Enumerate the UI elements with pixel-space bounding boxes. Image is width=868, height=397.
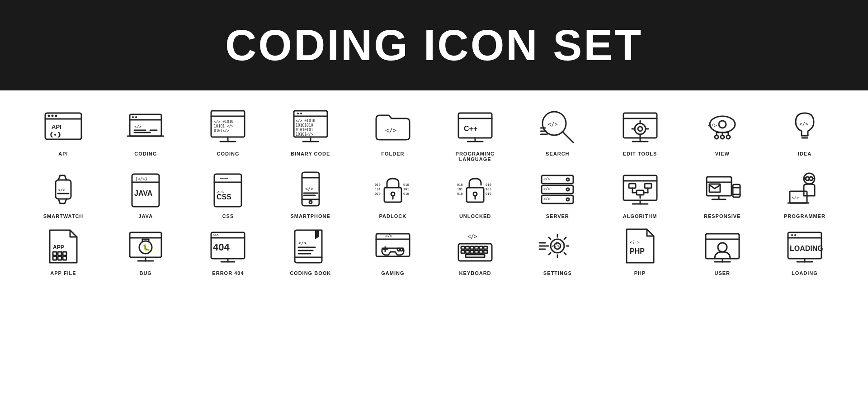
- search-icon: </>: [533, 104, 582, 149]
- icon-item-programmer: </> PROGRAMMER: [769, 166, 841, 219]
- svg-text:101: 101: [457, 188, 463, 191]
- gaming-label: GAMING: [381, 270, 404, 276]
- svg-text:</>: </>: [385, 234, 393, 238]
- user-icon: [698, 223, 747, 269]
- coding-book-label: CODING BOOK: [290, 270, 331, 276]
- svg-text:010: 010: [375, 192, 381, 196]
- loading-label: LOADING: [792, 270, 818, 276]
- svg-text:</>: </>: [552, 244, 560, 249]
- coding-label: CODING: [134, 151, 157, 156]
- coding-book-icon: </>: [286, 223, 335, 269]
- icon-item-algorithm: ALGORITHM: [604, 166, 676, 219]
- java-icon: {</>} JAVA: [121, 166, 170, 212]
- svg-text:🐛: 🐛: [142, 244, 151, 251]
- svg-point-109: [566, 178, 569, 181]
- svg-text:404: 404: [213, 241, 230, 253]
- svg-rect-200: [706, 234, 739, 259]
- svg-rect-191: [466, 255, 485, 257]
- gaming-icon: </>: [368, 223, 418, 269]
- programmer-label: PROGRAMMER: [784, 213, 826, 219]
- svg-rect-149: [63, 256, 66, 260]
- svg-rect-180: [466, 246, 469, 249]
- svg-rect-119: [629, 184, 636, 188]
- svg-rect-16: [211, 111, 245, 137]
- keyboard-icon: </>: [450, 223, 500, 269]
- svg-text:010: 010: [457, 192, 463, 196]
- folder-icon: </>: [368, 104, 418, 149]
- bug-icon: 🐛: [121, 223, 170, 269]
- svg-rect-187: [470, 250, 474, 253]
- svg-rect-132: [733, 184, 740, 197]
- loading-icon: LOADING: [780, 223, 830, 269]
- svg-point-6: [54, 134, 56, 136]
- svg-text:C++: C++: [464, 125, 477, 132]
- api-label: API: [58, 151, 68, 156]
- svg-text:</>: </>: [708, 123, 717, 128]
- svg-rect-184: [484, 246, 487, 249]
- svg-text:{</>}: {</>}: [135, 177, 147, 181]
- icon-item-padlock: 010 101 010 010 101 010 PADLOCK: [357, 166, 429, 219]
- svg-point-84: [309, 201, 312, 203]
- svg-text:</> 01010: </> 01010: [214, 120, 234, 124]
- svg-rect-190: [484, 250, 487, 253]
- svg-line-40: [562, 132, 573, 142]
- svg-text:LOADING: LOADING: [790, 245, 823, 252]
- svg-point-2: [48, 115, 50, 117]
- svg-text:010: 010: [403, 192, 409, 196]
- svg-rect-145: [58, 252, 61, 255]
- view-label: VIEW: [715, 151, 730, 156]
- svg-text:01010101: 01010101: [296, 128, 313, 132]
- svg-text:</>: </>: [305, 186, 313, 191]
- settings-label: SETTINGS: [543, 270, 572, 276]
- svg-rect-183: [479, 246, 483, 249]
- programing-language-label: PROGRAMING LANGUAGE: [439, 151, 511, 162]
- svg-rect-181: [470, 246, 474, 249]
- edit-tools-label: EDIT TOOLS: [623, 151, 657, 156]
- icon-item-coding: </> CODING: [109, 104, 182, 156]
- svg-point-10: [132, 116, 134, 118]
- svg-text:</>: </>: [58, 188, 66, 192]
- icon-item-user: USER: [686, 223, 759, 276]
- svg-rect-186: [466, 250, 469, 253]
- edit-tools-icon: [615, 104, 665, 149]
- svg-text:xxx: xxx: [213, 233, 219, 236]
- svg-point-26: [300, 113, 302, 114]
- icon-item-app-file: APP APP FILE: [27, 223, 99, 276]
- svg-point-25: [297, 113, 299, 114]
- php-icon: <? > PHP: [615, 223, 665, 269]
- svg-text:</>: </>: [548, 121, 558, 128]
- svg-text:</>: </>: [385, 127, 396, 134]
- svg-point-209: [791, 234, 793, 236]
- settings-icon: </>: [533, 223, 582, 269]
- svg-point-3: [52, 115, 54, 117]
- programing-language-icon: C++: [450, 104, 500, 149]
- svg-text:</>: </>: [799, 121, 808, 127]
- icon-item-idea: </> IDEA: [769, 104, 841, 156]
- header: CODING ICON SET: [0, 0, 868, 90]
- svg-text:JAVA: JAVA: [134, 189, 153, 197]
- svg-text:010: 010: [486, 192, 491, 196]
- unlocked-icon: 010 101 010 010 101 010: [450, 166, 500, 212]
- svg-rect-144: [53, 252, 57, 255]
- icon-item-folder: </> FOLDER: [357, 104, 429, 156]
- server-icon: </> </> </>: [533, 166, 582, 212]
- smartwatch-label: SMARTWATCH: [43, 213, 84, 219]
- svg-text:010: 010: [457, 183, 463, 187]
- smartphone-icon: </>: [286, 166, 335, 212]
- icons-section: API API </>: [0, 90, 868, 285]
- svg-rect-146: [63, 252, 66, 255]
- svg-rect-147: [53, 256, 57, 260]
- svg-text:<?  >: <? >: [630, 240, 640, 245]
- unlocked-label: UNLOCKED: [459, 213, 491, 219]
- php-label: PHP: [634, 270, 646, 276]
- bug-label: BUG: [139, 270, 151, 276]
- icons-row-2: </> SMARTWATCH {</>} JAVA JAVA: [27, 166, 841, 219]
- svg-text:PHP: PHP: [630, 247, 645, 255]
- icon-item-responsive: RESPONSIVE: [686, 166, 759, 219]
- svg-text:010: 010: [403, 183, 409, 187]
- icon-item-programing-language: C++ PROGRAMING LANGUAGE: [439, 104, 511, 162]
- svg-point-111: [566, 198, 569, 201]
- svg-rect-182: [475, 246, 478, 249]
- programmer-icon: </>: [780, 166, 830, 212]
- icon-item-unlocked: 010 101 010 010 101 010 UNLOCKED: [439, 166, 511, 219]
